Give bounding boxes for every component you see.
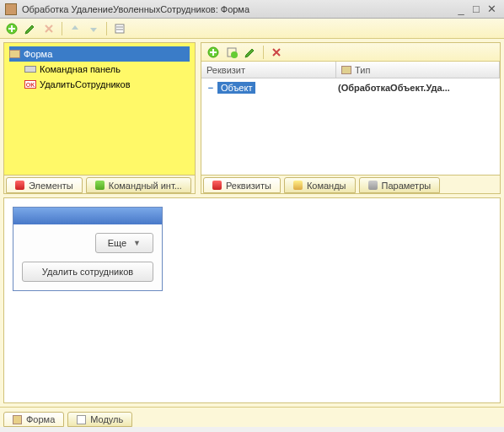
button-label: Удалить сотрудников [42,267,133,277]
minimize-button[interactable]: _ [453,3,469,15]
column-label: Реквизит [206,65,245,75]
tree-label: УдалитьСотрудников [40,79,131,89]
tab-label: Командный инт... [109,181,182,191]
attr-delete-button[interactable] [268,44,285,61]
tree-item-command-panel[interactable]: Командная панель [9,62,190,77]
tab-label: Элементы [29,181,73,191]
add-button[interactable] [3,20,20,37]
ok-icon: OK [24,80,36,89]
tab-form[interactable]: Форма [3,412,64,427]
attr-edit-button[interactable] [242,44,259,61]
attr-add-col-button[interactable] [223,44,240,61]
column-label: Тип [355,65,370,75]
move-down-button[interactable] [85,20,102,37]
form-preview: Еще ▼ Удалить сотрудников [3,197,501,403]
tab-module[interactable]: Модуль [67,412,132,427]
tab-attributes[interactable]: Реквизиты [203,177,281,193]
column-attribute[interactable]: Реквизит [201,62,336,78]
preview-titlebar [13,208,162,224]
tree-label: Командная панель [40,64,121,74]
attributes-icon [212,181,222,190]
tab-label: Реквизиты [226,181,271,191]
window-icon [5,3,17,15]
button-label: Еще [108,238,126,248]
window-title: Обработка УдалениеУволенныхСотрудников: … [22,4,453,14]
tab-parameters[interactable]: Параметры [359,177,441,193]
command-panel-icon [24,66,36,73]
form-tree[interactable]: Форма Командная панель OK УдалитьСотрудн… [4,43,195,175]
module-tab-icon [77,415,86,424]
attributes-panel: Реквизит Тип − Объект (ОбработкаОбъект.У… [201,42,501,194]
edit-button[interactable] [22,20,39,37]
svg-rect-1 [115,24,124,33]
tab-label: Параметры [382,181,432,191]
object-label: Объект [217,82,255,94]
elements-panel: Форма Командная панель OK УдалитьСотрудн… [3,42,196,194]
collapse-icon[interactable]: − [206,83,215,93]
tab-elements[interactable]: Элементы [6,177,83,193]
close-button[interactable]: ✕ [484,3,499,15]
form-tab-icon [13,415,22,424]
tree-item-delete-employees[interactable]: OK УдалитьСотрудников [9,77,190,92]
attr-add-button[interactable] [205,44,222,61]
type-value: (ОбработкаОбъект.Уда... [336,83,498,93]
tab-label: Форма [26,414,55,424]
tab-command-interface[interactable]: Командный инт... [86,177,191,193]
svg-point-4 [231,51,238,58]
tree-root-form[interactable]: Форма [9,46,190,62]
column-type[interactable]: Тип [336,62,500,78]
form-icon [9,50,20,58]
dropdown-icon: ▼ [133,239,141,247]
delete-button[interactable] [40,20,57,37]
attributes-grid[interactable]: − Объект (ОбработкаОбъект.Уда... [201,78,500,175]
tab-label: Модуль [90,414,123,424]
commands-icon [293,181,303,190]
tab-label: Команды [307,181,346,191]
preview-form-window: Еще ▼ Удалить сотрудников [13,207,163,291]
main-toolbar [0,19,504,39]
delete-employees-button[interactable]: Удалить сотрудников [22,262,153,282]
tab-commands[interactable]: Команды [284,177,356,193]
command-interface-icon [95,181,105,190]
properties-button[interactable] [111,20,128,37]
elements-icon [15,181,24,190]
parameters-icon [368,181,378,190]
grid-row-object[interactable]: − Объект (ОбработкаОбъект.Уда... [203,80,498,95]
move-up-button[interactable] [67,20,83,37]
more-button[interactable]: Еще ▼ [95,233,153,253]
type-icon [341,66,351,74]
maximize-button[interactable]: □ [469,3,484,15]
tree-label: Форма [24,49,52,59]
